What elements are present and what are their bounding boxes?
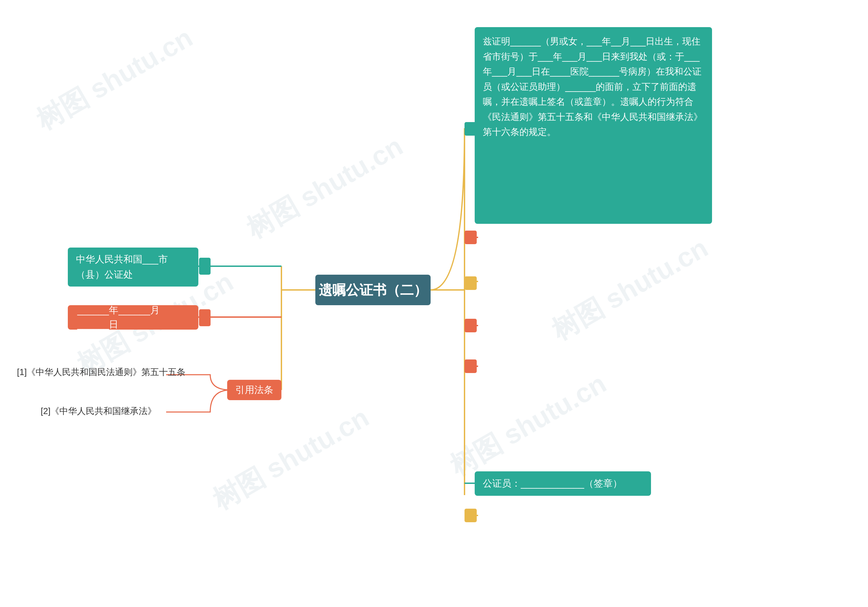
notary-box: 公证员：____________（签章） (475, 471, 651, 496)
right-connector-teal-1 (465, 122, 477, 136)
right-top-content-text: 兹证明______（男或女，___年__月___日出生，现住省市街号）于___年… (483, 36, 702, 137)
center-node: 遗嘱公证书（二） (315, 275, 431, 305)
law1-text: [1]《中华人民共和国民法通则》第五十五条 (17, 366, 186, 378)
center-node-label: 遗嘱公证书（二） (319, 281, 427, 300)
left-connector-teal-1 (199, 258, 211, 275)
left-connector-orange-1 (199, 309, 211, 326)
office-box: 中华人民共和国___市（县）公证处 (68, 248, 198, 287)
right-connector-gold-2 (465, 509, 477, 522)
date-box: ______年______月______日 (68, 305, 198, 330)
office-text: 中华人民共和国___市（县）公证处 (76, 252, 190, 283)
notary-text: 公证员：____________（签章） (483, 476, 622, 491)
laws-label: 引用法条 (235, 383, 273, 397)
right-top-content-box: 兹证明______（男或女，___年__月___日出生，现住省市街号）于___年… (475, 27, 712, 224)
right-connector-orange-2 (465, 319, 477, 332)
right-connector-red-1 (465, 359, 477, 373)
right-connector-gold-1 (465, 276, 477, 290)
date-text: ______年______月______日 (77, 303, 189, 332)
laws-node: 引用法条 (227, 380, 281, 400)
right-connector-orange-1 (465, 231, 477, 244)
law2-text: [2]《中华人民共和国继承法》 (41, 405, 156, 417)
